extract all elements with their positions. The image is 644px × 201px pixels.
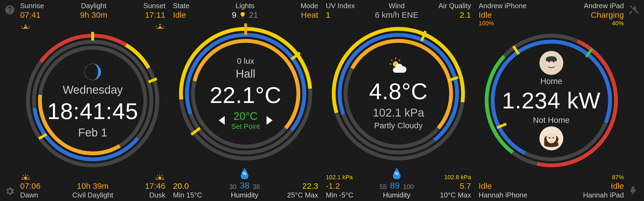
uv-stat: UV Index 1 bbox=[326, 2, 355, 20]
hvac-mode-value: Heat bbox=[301, 10, 318, 20]
outdoor-min-label: Min -5°C bbox=[326, 191, 353, 199]
sunset-stat: Sunset 17:11 bbox=[143, 2, 165, 31]
svg-line-2 bbox=[156, 26, 157, 27]
outdoor-max-stat: 102.8 kPa 5.7 10°C Max bbox=[440, 174, 471, 199]
outdoor-min-stat: 102.1 kPa -1.2 Min -5°C bbox=[326, 174, 353, 199]
svg-line-20 bbox=[27, 175, 28, 176]
power-bolt-icon[interactable] bbox=[627, 184, 642, 199]
settings-gear-icon[interactable] bbox=[2, 184, 17, 199]
lights-stat[interactable]: Lights 9 21 bbox=[232, 2, 258, 20]
svg-line-3 bbox=[163, 26, 164, 27]
sunset-icon bbox=[155, 21, 165, 31]
indoor-humidity-label: Humidity bbox=[231, 191, 258, 199]
hannah-ipad-label: Hannah iPad bbox=[583, 191, 624, 199]
svg-line-19 bbox=[23, 175, 24, 176]
time-text: 18:41:45 bbox=[47, 98, 138, 124]
indoor-min-stat: 20.0 Min 15°C bbox=[173, 181, 202, 199]
svg-rect-21 bbox=[21, 179, 30, 179]
hannah-iphone-battery: 87% bbox=[612, 174, 624, 181]
indoor-humidity-lo: 30 bbox=[229, 183, 237, 191]
dusk-icon bbox=[154, 171, 165, 181]
hannah-ipad-stat: 87% Idle Hannah iPad bbox=[583, 174, 624, 199]
svg-line-49 bbox=[391, 60, 392, 61]
outdoor-humidity-lo: 55 bbox=[380, 183, 387, 191]
sunset-value: 17:11 bbox=[145, 10, 165, 20]
uv-label: UV Index bbox=[326, 2, 355, 10]
svg-line-1 bbox=[29, 26, 30, 27]
wind-value: 6 km/h ENE bbox=[375, 10, 418, 20]
presence-panel: Andrew iPhone Idle 100% Andrew iPad Char… bbox=[478, 0, 625, 201]
svg-line-0 bbox=[21, 26, 22, 27]
svg-point-15 bbox=[24, 176, 27, 179]
weekday-text: Wednesday bbox=[63, 83, 123, 96]
svg-point-66 bbox=[552, 137, 554, 138]
svg-line-26 bbox=[157, 175, 158, 176]
daylight-label: Daylight bbox=[81, 2, 107, 10]
svg-point-22 bbox=[158, 176, 161, 179]
sunrise-value: 07:41 bbox=[20, 10, 40, 20]
andrew-ipad-battery: 40% bbox=[612, 20, 624, 27]
lights-label: Lights bbox=[236, 2, 254, 10]
outdoor-humidity-hi: 100 bbox=[403, 183, 414, 191]
civil-daylight-value: 10h 39m bbox=[77, 181, 109, 191]
dusk-stat: 17:46 Dusk bbox=[145, 170, 165, 199]
svg-rect-28 bbox=[155, 179, 164, 179]
dusk-label: Dusk bbox=[149, 191, 165, 199]
moon-phase-icon bbox=[83, 62, 102, 82]
lights-on-count: 9 bbox=[232, 10, 237, 20]
indoor-max-value: 22.3 bbox=[302, 181, 318, 191]
setpoint-down-button[interactable] bbox=[219, 116, 225, 125]
svg-line-27 bbox=[161, 175, 162, 176]
uv-value: 1 bbox=[326, 10, 330, 20]
setpoint-up-button[interactable] bbox=[267, 116, 273, 125]
aq-value: 2.1 bbox=[460, 10, 471, 20]
wind-label: Wind bbox=[389, 2, 405, 10]
setpoint-label: Set Point bbox=[231, 122, 260, 131]
sunset-label: Sunset bbox=[143, 2, 165, 10]
humidity-drop-icon: % bbox=[240, 167, 249, 179]
indoor-humidity-value: 38 bbox=[240, 180, 249, 191]
daylight-stat: Daylight 9h 30m bbox=[80, 2, 107, 20]
hannah-avatar[interactable] bbox=[539, 126, 563, 150]
tools-icon[interactable] bbox=[627, 2, 642, 17]
svg-point-61 bbox=[548, 61, 550, 62]
andrew-ipad-label: Andrew iPad bbox=[584, 2, 624, 10]
hannah-iphone-stat: Idle Hannah iPhone bbox=[479, 181, 527, 199]
weather-condition-icon bbox=[389, 57, 408, 77]
date-text: Feb 1 bbox=[78, 126, 107, 139]
home-label: Home bbox=[540, 77, 562, 86]
andrew-iphone-stat: Andrew iPhone Idle 100% bbox=[479, 2, 527, 27]
hannah-ipad-state: Idle bbox=[611, 181, 624, 191]
outdoor-max-value: 5.7 bbox=[460, 181, 471, 191]
dawn-icon bbox=[20, 171, 31, 181]
outdoor-max-label: 10°C Max bbox=[440, 191, 471, 199]
humidity-drop-icon: % bbox=[392, 167, 402, 179]
sunrise-label: Sunrise bbox=[20, 2, 44, 10]
wind-stat: Wind 6 km/h ENE bbox=[375, 2, 418, 20]
hvac-state-value: Idle bbox=[173, 10, 186, 20]
outdoor-temp: 4.8°C bbox=[369, 78, 428, 105]
hannah-iphone-label: Hannah iPhone bbox=[479, 191, 527, 199]
dawn-value: 07:06 bbox=[20, 181, 40, 191]
hvac-mode-label: Mode bbox=[301, 2, 318, 10]
thermostat-panel: State Idle Lights 9 21 Mode Heat bbox=[172, 0, 320, 201]
lights-total-count: 21 bbox=[249, 10, 258, 20]
not-home-label: Not Home bbox=[533, 115, 570, 125]
svg-point-65 bbox=[549, 137, 550, 138]
outdoor-min-value: -1.2 bbox=[326, 181, 340, 191]
dawn-label: Dawn bbox=[20, 191, 38, 199]
dawn-stat: 07:06 Dawn bbox=[20, 170, 40, 199]
pressure-hi: 102.8 kPa bbox=[444, 174, 471, 181]
andrew-avatar[interactable] bbox=[539, 51, 563, 75]
andrew-ipad-state: Charging bbox=[591, 10, 624, 20]
hvac-mode-stat: Mode Heat bbox=[301, 2, 318, 20]
aq-stat: Air Quality 2.1 bbox=[439, 2, 471, 20]
condition-text: Partly Cloudy bbox=[374, 121, 423, 130]
daylight-value: 9h 30m bbox=[80, 10, 107, 20]
bulb-icon bbox=[239, 11, 246, 19]
help-icon[interactable] bbox=[2, 2, 17, 17]
indoor-min-value: 20.0 bbox=[173, 181, 189, 191]
indoor-humidity-stat: % 30 38 38 Humidity bbox=[229, 167, 260, 199]
lux-text: 0 lux bbox=[237, 56, 254, 66]
weather-panel: UV Index 1 Wind 6 km/h ENE Air Quality 2… bbox=[325, 0, 472, 201]
